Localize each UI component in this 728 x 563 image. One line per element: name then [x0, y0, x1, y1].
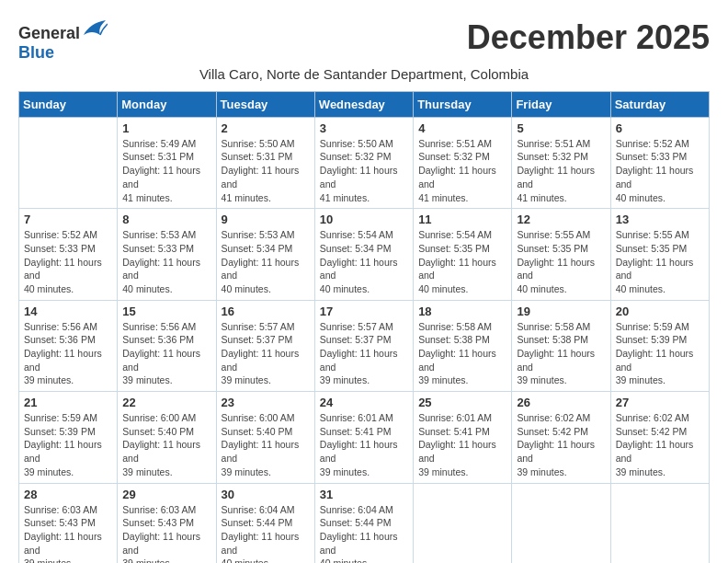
- day-number: 1: [122, 121, 210, 135]
- sunrise: Sunrise: 5:59 AM: [24, 412, 97, 423]
- daylight-line1: Daylight: 11 hours and: [24, 439, 102, 464]
- daylight-line2: 41 minutes.: [320, 192, 370, 203]
- day-info: Sunrise: 5:57 AMSunset: 5:37 PMDaylight:…: [222, 320, 310, 387]
- header: General Blue December 2025: [18, 18, 710, 63]
- header-sunday: Sunday: [19, 91, 118, 117]
- table-row: 19Sunrise: 5:58 AMSunset: 5:38 PMDayligh…: [512, 300, 610, 391]
- day-number: 10: [320, 213, 408, 226]
- day-info: Sunrise: 5:51 AMSunset: 5:32 PMDaylight:…: [418, 137, 506, 204]
- subtitle: Villa Caro, Norte de Santander Departmen…: [18, 66, 710, 82]
- daylight-line1: Daylight: 11 hours and: [320, 531, 398, 556]
- sunrise: Sunrise: 6:00 AM: [122, 412, 196, 423]
- sunset: Sunset: 5:39 PM: [24, 426, 96, 437]
- table-row: [512, 483, 610, 563]
- day-number: 4: [418, 121, 506, 135]
- day-info: Sunrise: 5:58 AMSunset: 5:38 PMDaylight:…: [517, 320, 605, 387]
- sunrise: Sunrise: 5:58 AM: [418, 321, 492, 332]
- day-info: Sunrise: 6:04 AMSunset: 5:44 PMDaylight:…: [222, 503, 310, 563]
- table-row: 28Sunrise: 6:03 AMSunset: 5:43 PMDayligh…: [19, 483, 118, 563]
- page-container: General Blue December 2025 Villa Caro, N…: [18, 18, 710, 563]
- table-row: 18Sunrise: 5:58 AMSunset: 5:38 PMDayligh…: [414, 300, 512, 391]
- day-info: Sunrise: 6:03 AMSunset: 5:43 PMDaylight:…: [24, 503, 112, 563]
- sunrise: Sunrise: 5:55 AM: [517, 229, 590, 240]
- daylight-line2: 39 minutes.: [418, 466, 468, 477]
- sunrise: Sunrise: 5:49 AM: [122, 138, 196, 149]
- daylight-line1: Daylight: 11 hours and: [122, 348, 200, 373]
- sunrise: Sunrise: 5:56 AM: [122, 321, 196, 332]
- daylight-line2: 39 minutes.: [222, 466, 271, 477]
- table-row: 26Sunrise: 6:02 AMSunset: 5:42 PMDayligh…: [512, 392, 610, 483]
- day-number: 28: [24, 488, 112, 501]
- daylight-line1: Daylight: 11 hours and: [122, 439, 200, 464]
- day-number: 2: [222, 121, 310, 135]
- daylight-line2: 41 minutes.: [222, 192, 271, 203]
- table-row: 16Sunrise: 5:57 AMSunset: 5:37 PMDayligh…: [216, 300, 314, 391]
- sunset: Sunset: 5:31 PM: [122, 151, 194, 162]
- day-info: Sunrise: 5:53 AMSunset: 5:34 PMDaylight:…: [222, 228, 310, 295]
- sunrise: Sunrise: 6:01 AM: [320, 412, 393, 423]
- day-number: 31: [320, 488, 408, 501]
- calendar-week-row: 21Sunrise: 5:59 AMSunset: 5:39 PMDayligh…: [19, 392, 710, 483]
- table-row: 5Sunrise: 5:51 AMSunset: 5:32 PMDaylight…: [512, 117, 610, 208]
- daylight-line1: Daylight: 11 hours and: [320, 439, 398, 464]
- day-info: Sunrise: 5:56 AMSunset: 5:36 PMDaylight:…: [24, 320, 112, 387]
- sunrise: Sunrise: 5:53 AM: [122, 229, 196, 240]
- daylight-line1: Daylight: 11 hours and: [122, 165, 200, 190]
- sunrise: Sunrise: 6:02 AM: [517, 412, 590, 423]
- sunrise: Sunrise: 6:03 AM: [122, 504, 196, 515]
- sunrise: Sunrise: 5:52 AM: [616, 138, 689, 149]
- daylight-line2: 40 minutes.: [320, 283, 370, 294]
- daylight-line2: 39 minutes.: [24, 466, 74, 477]
- logo-blue: Blue: [18, 43, 54, 62]
- day-info: Sunrise: 5:54 AMSunset: 5:35 PMDaylight:…: [418, 228, 506, 295]
- sunset: Sunset: 5:35 PM: [418, 243, 490, 254]
- table-row: 23Sunrise: 6:00 AMSunset: 5:40 PMDayligh…: [216, 392, 314, 483]
- daylight-line1: Daylight: 11 hours and: [222, 257, 300, 282]
- daylight-line2: 39 minutes.: [222, 374, 271, 385]
- sunrise: Sunrise: 5:52 AM: [24, 229, 97, 240]
- table-row: 12Sunrise: 5:55 AMSunset: 5:35 PMDayligh…: [512, 209, 610, 300]
- table-row: 24Sunrise: 6:01 AMSunset: 5:41 PMDayligh…: [314, 392, 413, 483]
- table-row: 3Sunrise: 5:50 AMSunset: 5:32 PMDaylight…: [314, 117, 413, 208]
- sunrise: Sunrise: 5:57 AM: [222, 321, 295, 332]
- daylight-line2: 40 minutes.: [616, 192, 665, 203]
- day-number: 8: [122, 213, 210, 226]
- day-number: 24: [320, 396, 408, 409]
- sunrise: Sunrise: 5:58 AM: [517, 321, 590, 332]
- table-row: 30Sunrise: 6:04 AMSunset: 5:44 PMDayligh…: [216, 483, 314, 563]
- daylight-line2: 40 minutes.: [24, 283, 74, 294]
- daylight-line1: Daylight: 11 hours and: [517, 439, 595, 464]
- day-number: 11: [418, 213, 506, 226]
- day-number: 5: [517, 121, 605, 135]
- table-row: 21Sunrise: 5:59 AMSunset: 5:39 PMDayligh…: [19, 392, 118, 483]
- daylight-line2: 41 minutes.: [122, 192, 172, 203]
- day-number: 3: [320, 121, 408, 135]
- day-info: Sunrise: 5:50 AMSunset: 5:32 PMDaylight:…: [320, 137, 408, 204]
- table-row: 2Sunrise: 5:50 AMSunset: 5:31 PMDaylight…: [216, 117, 314, 208]
- table-row: 15Sunrise: 5:56 AMSunset: 5:36 PMDayligh…: [118, 300, 216, 391]
- daylight-line2: 39 minutes.: [320, 374, 370, 385]
- header-wednesday: Wednesday: [314, 91, 413, 117]
- daylight-line1: Daylight: 11 hours and: [24, 348, 102, 373]
- sunset: Sunset: 5:32 PM: [418, 151, 490, 162]
- sunrise: Sunrise: 5:50 AM: [222, 138, 295, 149]
- daylight-line1: Daylight: 11 hours and: [517, 165, 595, 190]
- table-row: [610, 483, 709, 563]
- sunset: Sunset: 5:34 PM: [222, 243, 293, 254]
- day-info: Sunrise: 5:51 AMSunset: 5:32 PMDaylight:…: [517, 137, 605, 204]
- table-row: 10Sunrise: 5:54 AMSunset: 5:34 PMDayligh…: [314, 209, 413, 300]
- daylight-line2: 40 minutes.: [122, 283, 172, 294]
- day-info: Sunrise: 5:53 AMSunset: 5:33 PMDaylight:…: [122, 228, 210, 295]
- daylight-line2: 39 minutes.: [517, 374, 566, 385]
- sunrise: Sunrise: 5:53 AM: [222, 229, 295, 240]
- sunset: Sunset: 5:44 PM: [222, 517, 293, 528]
- day-number: 6: [616, 121, 704, 135]
- daylight-line1: Daylight: 11 hours and: [616, 348, 694, 373]
- header-friday: Friday: [512, 91, 610, 117]
- day-number: 14: [24, 304, 112, 318]
- day-number: 29: [122, 488, 210, 501]
- daylight-line2: 39 minutes.: [24, 557, 74, 563]
- day-number: 20: [616, 304, 704, 318]
- sunrise: Sunrise: 6:04 AM: [222, 504, 295, 515]
- daylight-line1: Daylight: 11 hours and: [418, 165, 496, 190]
